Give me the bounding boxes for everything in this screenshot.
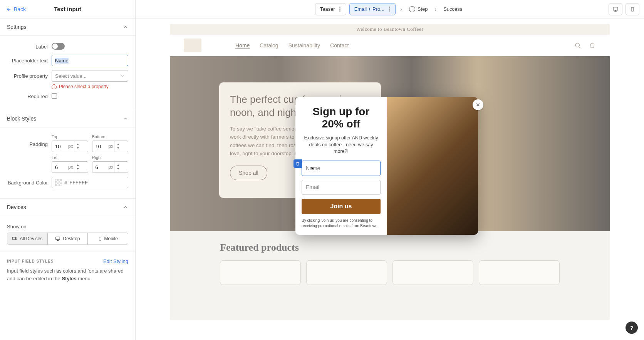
- devices-icon: [12, 236, 17, 241]
- profile-property-label: Profile property: [7, 73, 48, 79]
- settings-section-toggle[interactable]: Settings: [0, 18, 135, 36]
- nav-home: Home: [235, 42, 250, 49]
- stepper-email-pro[interactable]: Email + Pro...: [349, 3, 396, 15]
- required-checkbox[interactable]: [52, 93, 57, 99]
- trash-icon: [295, 161, 300, 166]
- plus-circle-icon: +: [409, 6, 415, 12]
- nav-contact: Contact: [330, 42, 349, 49]
- signup-popup[interactable]: Sign up for20% off Exclusive signup offe…: [295, 97, 478, 235]
- padding-top-input[interactable]: px▲▼: [52, 141, 88, 152]
- popup-fineprint: By clicking 'Join us' you are consenting…: [302, 218, 381, 229]
- padding-label: Padding: [7, 134, 48, 147]
- stepper-success[interactable]: Success: [441, 6, 465, 12]
- svg-rect-1: [631, 7, 634, 11]
- shop-all-button: Shop all: [230, 166, 267, 180]
- device-mobile-button[interactable]: Mobile: [88, 233, 128, 245]
- block-styles-section-toggle[interactable]: Block Styles: [0, 110, 135, 127]
- arrow-left-icon: [6, 7, 12, 12]
- device-all-button[interactable]: All Devices: [7, 233, 48, 245]
- svg-rect-2: [12, 237, 15, 240]
- delete-block-button[interactable]: [293, 159, 302, 168]
- placeholder-text-input[interactable]: [52, 55, 128, 66]
- monitor-icon: [612, 6, 619, 12]
- popup-image: [387, 97, 478, 235]
- chevron-up-icon: [123, 24, 128, 30]
- site-logo: [184, 39, 201, 52]
- search-icon: [574, 42, 581, 49]
- stepper-add-step[interactable]: + Step: [407, 6, 430, 12]
- devices-section-toggle[interactable]: Devices: [0, 199, 135, 216]
- bgcolor-input[interactable]: # FFFFFF: [52, 177, 128, 188]
- input-field-styles-desc: Input field styles such as colors and fo…: [0, 267, 135, 289]
- svg-rect-3: [16, 238, 17, 240]
- desktop-preview-button[interactable]: [609, 3, 622, 15]
- popup-name-field[interactable]: Name: [302, 161, 381, 176]
- mobile-icon: [98, 236, 102, 241]
- kebab-icon[interactable]: [337, 7, 343, 12]
- product-card: [220, 260, 301, 285]
- close-icon: [475, 102, 481, 107]
- chevron-down-icon: [120, 74, 125, 78]
- color-swatch-icon: [55, 179, 62, 186]
- input-field-styles-heading: INPUT FIELD STYLES: [7, 259, 54, 263]
- svg-rect-5: [99, 237, 101, 240]
- kebab-icon[interactable]: [387, 7, 392, 12]
- chevron-up-icon: [123, 116, 128, 121]
- mobile-preview-button[interactable]: [626, 3, 639, 15]
- padding-left-input[interactable]: px▲▼: [52, 161, 88, 173]
- profile-property-error: ! Please select a property: [52, 84, 128, 89]
- label-field-label: Label: [7, 44, 48, 50]
- popup-title: Sign up for20% off: [313, 106, 370, 130]
- alert-circle-icon: !: [52, 84, 57, 89]
- help-button[interactable]: ?: [626, 322, 638, 334]
- svg-rect-0: [613, 7, 618, 10]
- chevron-up-icon: [123, 204, 128, 210]
- monitor-icon: [55, 236, 60, 241]
- show-on-label: Show on: [7, 224, 128, 229]
- nav-sustain: Sustainability: [288, 42, 320, 49]
- popup-join-button[interactable]: Join us: [302, 199, 381, 214]
- product-card: [479, 260, 560, 285]
- popup-close-button[interactable]: [473, 99, 483, 110]
- stepper-arrows-icon[interactable]: ▲▼: [114, 141, 122, 152]
- stepper-arrows-icon[interactable]: ▲▼: [74, 162, 82, 173]
- cursor-icon: [310, 166, 315, 171]
- padding-bottom-input[interactable]: px▲▼: [92, 141, 129, 152]
- page-title: Text input: [54, 6, 81, 12]
- profile-property-select[interactable]: Select value...: [52, 70, 128, 82]
- bgcolor-label: Background Color: [7, 180, 48, 186]
- device-desktop-button[interactable]: Desktop: [48, 233, 88, 245]
- preview-canvas[interactable]: Welcome to Beantown Coffee! Home Catalog…: [170, 24, 610, 320]
- label-toggle[interactable]: [52, 43, 65, 50]
- edit-styling-link[interactable]: Edit Styling: [103, 258, 128, 264]
- back-label: Back: [14, 6, 26, 12]
- chevron-right-icon: ›: [399, 6, 404, 12]
- featured-title: Featured products: [220, 242, 560, 253]
- stepper-arrows-icon[interactable]: ▲▼: [74, 141, 82, 152]
- product-card: [392, 260, 473, 285]
- required-label: Required: [7, 94, 48, 99]
- stepper-teaser[interactable]: Teaser: [315, 3, 346, 15]
- placeholder-field-label: Placeholder text: [7, 58, 48, 64]
- popup-email-field[interactable]: Email: [302, 180, 381, 195]
- site-banner: Welcome to Beantown Coffee!: [170, 24, 610, 35]
- product-card: [306, 260, 387, 285]
- mobile-icon: [630, 6, 635, 12]
- stepper-arrows-icon[interactable]: ▲▼: [114, 162, 122, 173]
- padding-right-input[interactable]: px▲▼: [92, 161, 129, 173]
- svg-rect-4: [56, 237, 60, 240]
- svg-point-6: [575, 43, 580, 47]
- chevron-right-icon: ›: [433, 6, 438, 12]
- nav-catalog: Catalog: [260, 42, 278, 49]
- bag-icon: [589, 42, 596, 49]
- back-button[interactable]: Back: [0, 6, 32, 12]
- popup-subtitle: Exclusive signup offer AND weekly deals …: [302, 135, 381, 155]
